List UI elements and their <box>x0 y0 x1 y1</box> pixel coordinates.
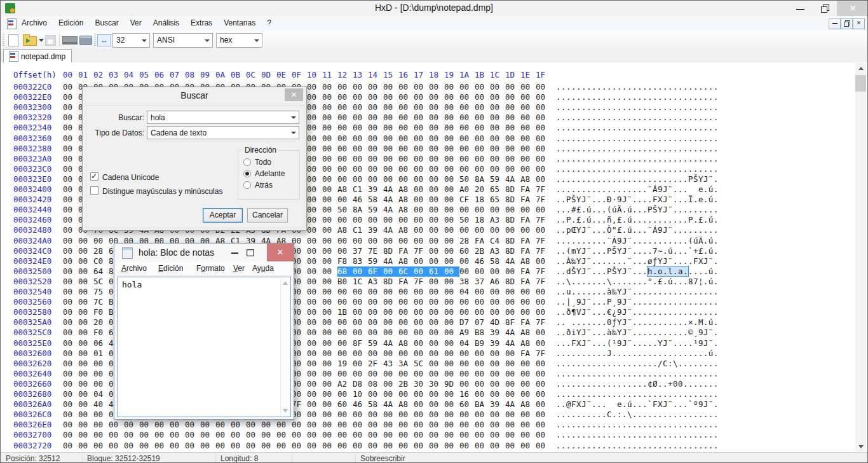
ascii-cell[interactable]: ................................ <box>556 82 719 92</box>
hex-byte-cell[interactable]: 00 <box>368 215 383 225</box>
hex-byte-cell[interactable]: 00 <box>475 307 490 317</box>
hex-byte-cell[interactable]: 00 <box>414 317 429 328</box>
hex-byte-cell[interactable]: 04 <box>93 389 109 399</box>
hex-byte-cell[interactable]: 00 <box>414 123 429 133</box>
hex-byte-cell[interactable]: 00 <box>520 205 536 215</box>
hex-byte-cell[interactable]: 00 <box>383 307 398 317</box>
hex-byte-cell[interactable]: 00 <box>307 246 322 256</box>
hex-byte-cell[interactable]: 00 <box>459 379 475 389</box>
hex-byte-cell[interactable]: 00 <box>505 359 520 369</box>
hex-byte-cell[interactable]: 00 <box>429 349 444 359</box>
hex-byte-cell[interactable]: 00 <box>215 430 231 440</box>
hex-byte-cell[interactable]: 00 <box>307 399 322 410</box>
hex-byte-cell[interactable]: 00 <box>490 123 505 133</box>
ascii-cell[interactable]: ................................ <box>556 420 719 430</box>
hex-byte-cell[interactable]: 00 <box>475 225 490 235</box>
hex-byte-cell[interactable]: 59 <box>490 174 505 184</box>
hex-byte-cell[interactable]: 00 <box>93 236 109 246</box>
hex-byte-cell[interactable]: 00 <box>414 154 429 164</box>
hex-byte-cell[interactable]: A8 <box>398 399 414 410</box>
hex-byte-cell[interactable]: 00 <box>353 369 368 379</box>
hex-byte-cell[interactable]: 00 <box>505 102 520 113</box>
offset-base-dropdown[interactable] <box>251 34 262 47</box>
hex-byte-cell[interactable]: 00 <box>231 420 246 430</box>
hex-byte-cell[interactable]: 8D <box>505 184 520 195</box>
hex-byte-cell[interactable]: 00 <box>475 102 490 113</box>
hex-byte-cell[interactable]: B9 <box>475 338 490 349</box>
hex-byte-cell[interactable]: 00 <box>307 256 322 266</box>
hex-byte-cell[interactable]: 00 <box>490 205 505 215</box>
hex-byte-cell[interactable]: 00 <box>429 389 444 399</box>
hex-byte-cell[interactable]: 00 <box>429 410 444 420</box>
hex-byte-cell[interactable]: 00 <box>444 225 459 235</box>
hex-byte-cell[interactable]: 00 <box>353 154 368 164</box>
hex-byte-cell[interactable]: 00 <box>444 317 459 328</box>
hex-byte-cell[interactable]: 00 <box>353 359 368 369</box>
hex-byte-cell[interactable]: 00 <box>520 164 536 174</box>
hex-byte-cell[interactable]: 00 <box>459 441 475 451</box>
bytes-per-row-dropdown[interactable] <box>139 34 149 47</box>
hex-byte-cell[interactable]: 00 <box>307 389 322 399</box>
hex-byte-cell[interactable]: 00 <box>444 266 459 277</box>
hex-byte-cell[interactable]: 00 <box>307 317 322 328</box>
hex-byte-cell[interactable]: 00 <box>429 317 444 328</box>
hex-byte-cell[interactable]: 00 <box>490 297 505 307</box>
hex-byte-cell[interactable]: 00 <box>337 144 353 154</box>
hex-byte-cell[interactable]: 00 <box>429 215 444 225</box>
hex-byte-cell[interactable]: 00 <box>398 82 414 92</box>
hex-byte-cell[interactable]: 00 <box>307 369 322 379</box>
hex-byte-cell[interactable]: 00 <box>63 328 78 338</box>
hex-byte-cell[interactable]: FA <box>398 277 414 287</box>
hex-byte-cell[interactable]: A6 <box>490 277 505 287</box>
mdi-minimize-button[interactable] <box>829 18 841 29</box>
notepad-text-area[interactable]: hola <box>117 277 291 417</box>
hex-byte-cell[interactable]: 00 <box>63 205 78 215</box>
hex-byte-cell[interactable]: 00 <box>429 399 444 410</box>
hex-byte-cell[interactable]: 00 <box>398 297 414 307</box>
hex-byte-cell[interactable]: 00 <box>261 420 276 430</box>
hex-byte-cell[interactable]: 00 <box>444 123 459 133</box>
hex-byte-cell[interactable]: 00 <box>292 430 307 440</box>
hex-byte-cell[interactable]: 7C <box>93 297 109 307</box>
hex-byte-cell[interactable]: 00 <box>520 389 536 399</box>
hex-byte-cell[interactable]: 00 <box>93 369 109 379</box>
hex-byte-cell[interactable]: 00 <box>475 92 490 102</box>
hex-byte-cell[interactable]: 00 <box>337 82 353 92</box>
hex-byte-cell[interactable]: FA <box>520 195 536 205</box>
hex-byte-cell[interactable]: 00 <box>475 154 490 164</box>
hex-byte-cell[interactable]: 00 <box>429 184 444 195</box>
hex-byte-cell[interactable]: 37 <box>475 277 490 287</box>
hex-byte-cell[interactable]: 00 <box>383 266 398 277</box>
hex-byte-cell[interactable]: 00 <box>63 441 78 451</box>
hex-byte-cell[interactable]: 00 <box>429 359 444 369</box>
hex-byte-cell[interactable]: 00 <box>307 349 322 359</box>
hex-byte-cell[interactable]: 00 <box>368 287 383 297</box>
hex-byte-cell[interactable]: 00 <box>322 420 337 430</box>
hex-byte-cell[interactable]: 00 <box>444 164 459 174</box>
hex-byte-cell[interactable]: 07 <box>475 317 490 328</box>
hex-byte-cell[interactable]: 00 <box>353 144 368 154</box>
hex-byte-cell[interactable]: 00 <box>490 113 505 123</box>
hex-byte-cell[interactable]: 00 <box>398 215 414 225</box>
hex-byte-cell[interactable]: 00 <box>444 82 459 92</box>
notepad-menu-edici-n[interactable]: Edición <box>158 264 183 273</box>
hex-byte-cell[interactable]: 00 <box>353 215 368 225</box>
hex-byte-cell[interactable]: 00 <box>383 123 398 133</box>
hex-byte-cell[interactable]: 43 <box>383 359 398 369</box>
hex-byte-cell[interactable]: 00 <box>444 441 459 451</box>
hex-byte-cell[interactable]: 00 <box>63 349 78 359</box>
hex-byte-cell[interactable]: A3 <box>368 277 383 287</box>
hex-byte-cell[interactable]: 00 <box>322 184 337 195</box>
ascii-cell[interactable]: .. .......0ƒYJ¨...........×.M.ú. <box>556 317 719 328</box>
hex-byte-cell[interactable]: 00 <box>383 102 398 113</box>
ascii-cell[interactable]: ..pŒYJ¨...Ò"£.ú...¨Á9J¨......... <box>556 225 719 235</box>
hex-byte-cell[interactable]: 00 <box>475 297 490 307</box>
hex-byte-cell[interactable]: 50 <box>337 205 353 215</box>
hex-byte-cell[interactable]: FA <box>475 236 490 246</box>
hex-byte-cell[interactable]: 00 <box>536 328 551 338</box>
hex-byte-cell[interactable]: 00 <box>246 420 261 430</box>
hex-byte-cell[interactable]: 00 <box>429 195 444 205</box>
hex-byte-cell[interactable]: 00 <box>368 102 383 113</box>
hex-byte-cell[interactable]: 00 <box>368 297 383 307</box>
hex-byte-cell[interactable]: 00 <box>429 420 444 430</box>
